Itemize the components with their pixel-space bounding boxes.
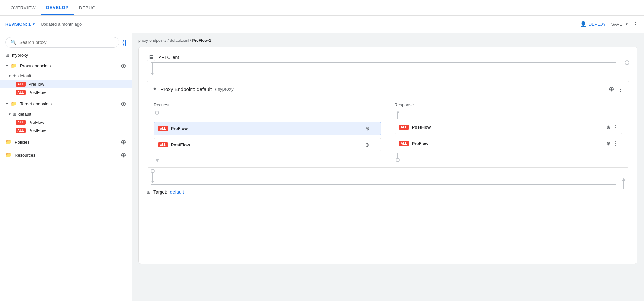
flow-diagram: 🖥 API Client ✦ [138, 47, 637, 264]
proxy-endpoint-path: /myproxy [215, 86, 234, 92]
response-postflow-row[interactable]: ALL PostFlow ⊕ ⋮ [395, 121, 622, 134]
toolbar-more-button[interactable]: ⋮ [632, 20, 639, 28]
deploy-button[interactable]: 👤 DEPLOY [580, 21, 606, 27]
save-button[interactable]: SAVE ▼ [611, 22, 628, 27]
search-icon: 🔍 [10, 39, 17, 45]
main-layout: 🔍 ⟨| ⊞ myproxy ▼ 📁 Proxy endpoints ⊕ ▼ [0, 33, 644, 301]
search-box[interactable]: 🔍 [5, 37, 119, 48]
response-preflow-row[interactable]: ALL PreFlow ⊕ ⋮ [395, 137, 622, 150]
proxy-preflow-item[interactable]: ALL PreFlow [0, 80, 132, 88]
request-label: Request [154, 102, 381, 107]
request-postflow-badge: ALL [158, 142, 168, 147]
target-default-grid-icon: ⊞ [13, 111, 16, 117]
proxy-default-label: default [18, 73, 31, 78]
revision-selector[interactable]: REVISION: 1 ▼ [5, 22, 35, 27]
proxy-endpoints-add-button[interactable]: ⊕ [121, 62, 126, 69]
response-label: Response [395, 102, 622, 107]
resources-label: Resources [15, 153, 35, 158]
target-preflow-badge: ALL [16, 120, 26, 125]
response-postflow-label: PostFlow [412, 125, 431, 130]
proxy-endpoint-add-button[interactable]: ⊕ [609, 85, 614, 93]
request-preflow-row[interactable]: ALL PreFlow ⊕ ⋮ [154, 122, 381, 135]
proxy-endpoint-more-button[interactable]: ⋮ [617, 85, 624, 93]
resources-section: 📁 Resources ⊕ [0, 149, 132, 161]
proxy-default-item[interactable]: ▼ ✦ default [0, 71, 132, 80]
target-endpoints-folder-icon: 📁 [11, 101, 17, 107]
tab-develop[interactable]: DEVELOP [41, 0, 74, 15]
proxy-endpoints-header[interactable]: ▼ 📁 Proxy endpoints ⊕ [0, 60, 132, 71]
api-client-monitor-icon: 🖥 [147, 54, 155, 61]
policies-add-button[interactable]: ⊕ [121, 138, 126, 146]
proxy-endpoints-chevron-icon: ▼ [5, 64, 9, 68]
request-preflow-badge: ALL [158, 126, 168, 131]
revision-label: REVISION: 1 [5, 22, 31, 27]
response-postflow-add-button[interactable]: ⊕ [606, 124, 611, 130]
request-preflow-more-button[interactable]: ⋮ [371, 125, 377, 132]
policies-section: 📁 Policies ⊕ [0, 136, 132, 148]
top-connector [147, 62, 629, 79]
response-preflow-add-button[interactable]: ⊕ [606, 140, 611, 147]
request-postflow-more-button[interactable]: ⋮ [371, 142, 377, 148]
proxy-preflow-label: PreFlow [28, 82, 44, 87]
proxy-postflow-label: PostFlow [28, 90, 46, 95]
target-link[interactable]: default [170, 189, 184, 195]
target-endpoints-section: ▼ 📁 Target endpoints ⊕ ▼ ⊞ default ALL P… [0, 98, 132, 135]
proxy-endpoint-diamond-icon: ✦ [152, 85, 157, 93]
sidebar-search-row: 🔍 ⟨| [0, 33, 132, 50]
target-endpoints-chevron-icon: ▼ [5, 102, 9, 106]
target-default-chevron-icon: ▼ [8, 112, 11, 116]
save-chevron-icon: ▼ [625, 22, 628, 26]
request-preflow-label: PreFlow [171, 126, 188, 131]
breadcrumb: proxy-endpoints / default.xml / PreFlow-… [138, 38, 637, 43]
deploy-label: DEPLOY [589, 22, 606, 27]
bottom-left-circle [151, 169, 155, 173]
proxy-postflow-badge: ALL [16, 90, 26, 95]
target-postflow-item[interactable]: ALL PostFlow [0, 126, 132, 135]
search-input[interactable] [19, 40, 114, 45]
response-postflow-badge: ALL [399, 125, 409, 130]
proxy-endpoint-block: ✦ Proxy Endpoint: default /myproxy ⊕ ⋮ R… [147, 81, 629, 168]
updated-text: Updated a month ago [41, 22, 82, 27]
policies-folder-icon: 📁 [5, 139, 12, 145]
tab-debug[interactable]: DEBUG [74, 0, 101, 15]
proxy-endpoint-label: Proxy Endpoint: default [161, 86, 212, 92]
target-row: ⊞ Target: default [147, 189, 629, 195]
bottom-connector [147, 169, 629, 189]
response-preflow-badge: ALL [399, 141, 409, 146]
collapse-sidebar-button[interactable]: ⟨| [122, 39, 126, 46]
request-postflow-row[interactable]: ALL PostFlow ⊕ ⋮ [154, 138, 381, 151]
target-default-item[interactable]: ▼ ⊞ default [0, 110, 132, 118]
response-preflow-label: PreFlow [412, 141, 428, 146]
myproxy-item[interactable]: ⊞ myproxy [0, 50, 132, 60]
api-client-label: API Client [159, 55, 179, 60]
response-postflow-more-button[interactable]: ⋮ [613, 124, 618, 130]
target-endpoints-add-button[interactable]: ⊕ [121, 100, 126, 108]
target-grid-icon: ⊞ [147, 189, 151, 195]
proxy-postflow-item[interactable]: ALL PostFlow [0, 88, 132, 96]
target-preflow-label: PreFlow [28, 120, 44, 125]
proxy-endpoints-label: Proxy endpoints [20, 63, 51, 68]
myproxy-label: myproxy [12, 53, 28, 58]
response-panel: Response ALL PostFlow [388, 97, 629, 167]
top-nav: OVERVIEW DEVELOP DEBUG [0, 0, 644, 16]
req-res-grid: Request ALL PreFlow [147, 97, 629, 167]
request-preflow-add-button[interactable]: ⊕ [365, 125, 369, 132]
target-postflow-label: PostFlow [28, 128, 46, 133]
proxy-default-diamond-icon: ✦ [13, 73, 16, 78]
resources-add-button[interactable]: ⊕ [121, 151, 126, 159]
target-endpoints-header[interactable]: ▼ 📁 Target endpoints ⊕ [0, 98, 132, 110]
response-preflow-more-button[interactable]: ⋮ [613, 140, 618, 147]
proxy-preflow-badge: ALL [16, 82, 26, 87]
deploy-person-icon: 👤 [580, 21, 587, 27]
myproxy-grid-icon: ⊞ [5, 52, 9, 58]
target-preflow-item[interactable]: ALL PreFlow [0, 118, 132, 126]
content-area: proxy-endpoints / default.xml / PreFlow-… [132, 33, 644, 301]
tab-overview[interactable]: OVERVIEW [5, 0, 41, 15]
proxy-endpoints-folder-icon: 📁 [11, 63, 17, 68]
breadcrumb-path: proxy-endpoints / default.xml / [138, 38, 192, 43]
toolbar: REVISION: 1 ▼ Updated a month ago 👤 DEPL… [0, 16, 644, 33]
request-postflow-add-button[interactable]: ⊕ [365, 142, 369, 148]
policies-header[interactable]: 📁 Policies ⊕ [0, 136, 132, 148]
resources-header[interactable]: 📁 Resources ⊕ [0, 149, 132, 161]
request-top-circle [155, 111, 159, 115]
